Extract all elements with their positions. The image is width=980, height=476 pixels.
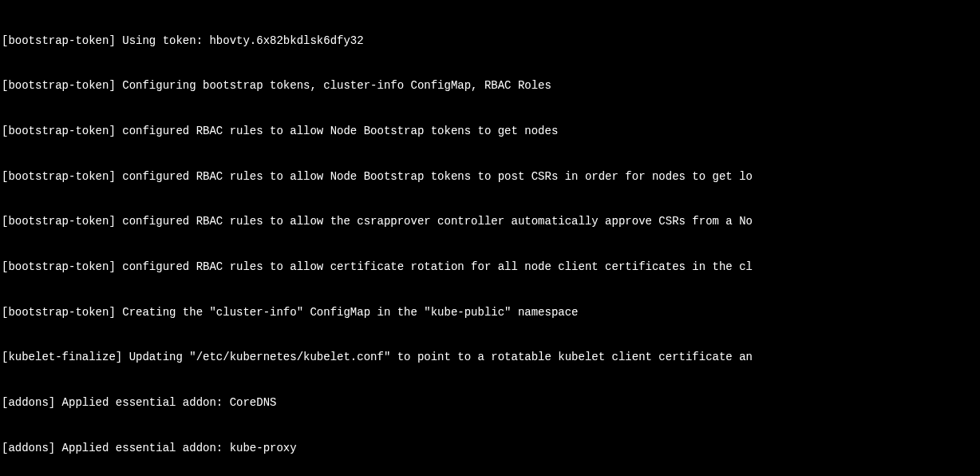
log-line: [kubelet-finalize] Updating "/etc/kubern…	[2, 350, 978, 365]
log-line: [addons] Applied essential addon: kube-p…	[2, 441, 978, 456]
log-line: [bootstrap-token] Creating the "cluster-…	[2, 305, 978, 320]
log-line: [bootstrap-token] configured RBAC rules …	[2, 124, 978, 139]
terminal-output: [bootstrap-token] Using token: hbovty.6x…	[2, 3, 978, 476]
log-line: [bootstrap-token] configured RBAC rules …	[2, 214, 978, 229]
log-line: [addons] Applied essential addon: CoreDN…	[2, 395, 978, 411]
log-line: [bootstrap-token] Using token: hbovty.6x…	[2, 34, 978, 49]
log-line: [bootstrap-token] configured RBAC rules …	[2, 169, 978, 184]
log-line: [bootstrap-token] configured RBAC rules …	[2, 260, 978, 275]
log-line: [bootstrap-token] Configuring bootstrap …	[2, 78, 978, 93]
